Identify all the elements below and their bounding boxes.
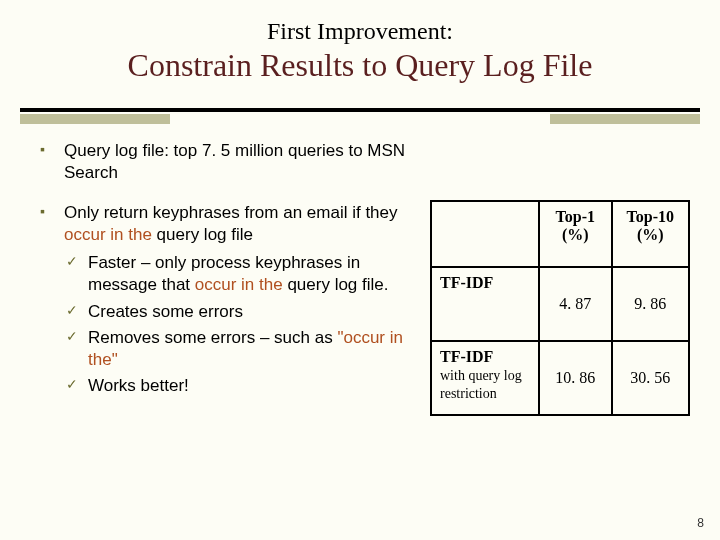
title-block: First Improvement: Constrain Results to … — [0, 0, 720, 84]
bullet-1-text: Query log file: top 7. 5 million queries… — [64, 141, 405, 182]
th-blank — [431, 201, 539, 267]
check-2-text: Creates some errors — [88, 302, 243, 321]
page-number: 8 — [697, 516, 704, 530]
row2-label: TF-IDF with query log restriction — [431, 341, 539, 415]
results-table-wrap: Top-1 (%) Top-10 (%) TF-IDF 4. 87 9. 86 … — [430, 200, 690, 416]
row2-label-main: TF-IDF — [440, 348, 493, 365]
bullet-1: Query log file: top 7. 5 million queries… — [40, 140, 420, 184]
row1-top10: 9. 86 — [612, 267, 689, 341]
bullet-2-lead: Only return keyphrases from an email if … — [64, 203, 398, 222]
check-1-tail: query log file. — [283, 275, 389, 294]
row1-label: TF-IDF — [431, 267, 539, 341]
bullet-2-accent: occur in the — [64, 225, 152, 244]
row2-top1: 10. 86 — [539, 341, 612, 415]
check-4: Works better! — [64, 375, 420, 397]
check-1-accent: occur in the — [195, 275, 283, 294]
rule-shadow-left — [20, 114, 170, 124]
table-row: TF-IDF 4. 87 9. 86 — [431, 267, 689, 341]
th-top1: Top-1 (%) — [539, 201, 612, 267]
check-list: Faster – only process keyphrases in mess… — [64, 252, 420, 397]
title-sup: First Improvement: — [0, 18, 720, 45]
slide: First Improvement: Constrain Results to … — [0, 0, 720, 540]
row2-top10: 30. 56 — [612, 341, 689, 415]
th-top10: Top-10 (%) — [612, 201, 689, 267]
table-header-row: Top-1 (%) Top-10 (%) — [431, 201, 689, 267]
row1-top1: 4. 87 — [539, 267, 612, 341]
title-main: Constrain Results to Query Log File — [0, 47, 720, 84]
check-3: Removes some errors – such as "occur in … — [64, 327, 420, 371]
rule-shadow-right — [550, 114, 700, 124]
bullet-2: Only return keyphrases from an email if … — [40, 202, 420, 397]
check-4-text: Works better! — [88, 376, 189, 395]
body: Query log file: top 7. 5 million queries… — [40, 140, 690, 510]
check-1: Faster – only process keyphrases in mess… — [64, 252, 420, 296]
bullet-list: Query log file: top 7. 5 million queries… — [40, 140, 420, 397]
check-2: Creates some errors — [64, 301, 420, 323]
check-3-lead: Removes some errors – such as — [88, 328, 337, 347]
results-table: Top-1 (%) Top-10 (%) TF-IDF 4. 87 9. 86 … — [430, 200, 690, 416]
bullet-2-tail: query log file — [152, 225, 253, 244]
table-row: TF-IDF with query log restriction 10. 86… — [431, 341, 689, 415]
row2-label-sub: with query log restriction — [440, 368, 522, 401]
title-rule — [20, 108, 700, 112]
